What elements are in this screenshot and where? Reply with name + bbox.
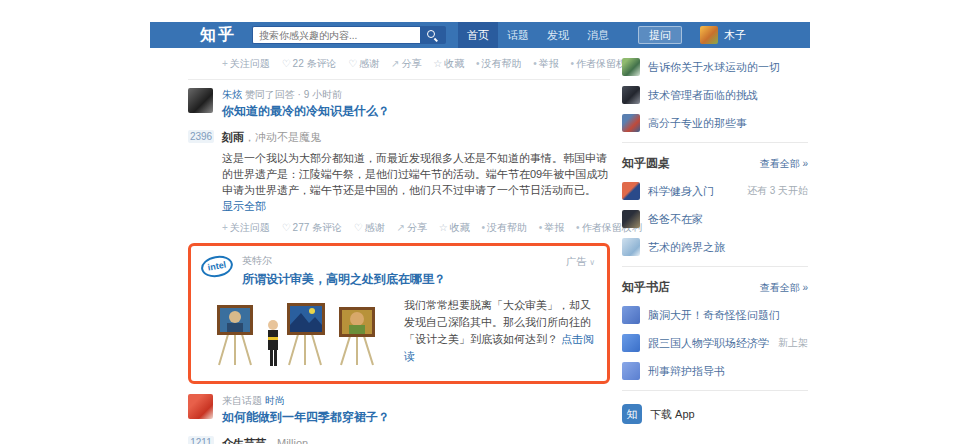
roundtable-item-link[interactable]: 艺术的跨界之旅 bbox=[648, 240, 725, 255]
comment-icon: ♡ bbox=[282, 222, 291, 233]
not-helpful-action[interactable]: •没有帮助 bbox=[476, 58, 522, 69]
question-title-link[interactable]: 你知道的最冷的冷知识是什么？ bbox=[222, 103, 390, 120]
feed-column: +关注问题 ♡22 条评论 ♡感谢 ↗分享 ☆收藏 •没有帮助 •举报 •作者保… bbox=[188, 48, 610, 444]
ad-brand-name[interactable]: 英特尔 bbox=[242, 254, 446, 268]
sponsored-ad-block: intel 英特尔 所谓设计审美，高明之处到底在哪里？ 广告 ∨ bbox=[188, 243, 610, 384]
ad-body-text: 我们常常想要脱离「大众审美」，却又发现自己深陷其中。那么我们所向往的「设计之美」… bbox=[404, 297, 595, 369]
topic-link[interactable]: 时尚 bbox=[265, 395, 285, 406]
sidebar-divider bbox=[622, 390, 808, 391]
ad-illustration-easels[interactable] bbox=[211, 297, 389, 369]
bookstore-item-link[interactable]: 跟三国人物学职场经济学 bbox=[648, 336, 769, 351]
list-item[interactable]: 刑事辩护指导书 bbox=[622, 362, 808, 380]
item-thumbnail bbox=[622, 114, 640, 132]
show-all-link[interactable]: 显示全部 bbox=[222, 200, 266, 212]
roundtable-view-all-link[interactable]: 查看全部 » bbox=[760, 157, 808, 171]
collect-action[interactable]: ☆收藏 bbox=[433, 58, 464, 69]
dot-separator: • bbox=[539, 222, 543, 233]
bookstore-view-all-link[interactable]: 查看全部 » bbox=[760, 281, 808, 295]
roundtable-item-link[interactable]: 科学健身入门 bbox=[648, 184, 714, 199]
item-thumbnail bbox=[622, 86, 640, 104]
nav-item-messages[interactable]: 消息 bbox=[578, 22, 618, 48]
answer-author-link[interactable]: 刻雨 bbox=[222, 131, 244, 143]
search-button[interactable] bbox=[420, 26, 446, 44]
sidebar-divider bbox=[622, 142, 808, 143]
feed-user-link[interactable]: 朱炫 bbox=[222, 89, 242, 100]
author-tagline: ，Million bbox=[266, 437, 308, 444]
comments-action[interactable]: ♡277 条评论 bbox=[282, 222, 342, 233]
upvote-count-badge[interactable]: 1211 bbox=[188, 436, 214, 444]
topic-avatar-fashion[interactable] bbox=[188, 394, 213, 419]
zhihu-logo[interactable]: 知乎 bbox=[200, 25, 236, 46]
not-helpful-action[interactable]: •没有帮助 bbox=[482, 222, 528, 233]
reading-item-link[interactable]: 高分子专业的那些事 bbox=[648, 116, 747, 131]
dot-separator: • bbox=[533, 58, 537, 69]
feed-item-skirts: 来自话题 时尚 如何能做到一年四季都穿裙子？ 1211 众生芸芸，Million… bbox=[188, 394, 610, 444]
report-action[interactable]: •举报 bbox=[533, 58, 559, 69]
comments-action[interactable]: ♡22 条评论 bbox=[282, 58, 337, 69]
list-item[interactable]: 艺术的跨界之旅 bbox=[622, 238, 808, 256]
share-action[interactable]: ↗分享 bbox=[391, 58, 421, 69]
collect-action[interactable]: ☆收藏 bbox=[439, 222, 470, 233]
list-item[interactable]: 科学健身入门 还有 3 天开始 bbox=[622, 182, 808, 200]
bookstore-item-link[interactable]: 刑事辩护指导书 bbox=[648, 364, 725, 379]
list-item[interactable]: 技术管理者面临的挑战 bbox=[622, 86, 808, 104]
bookstore-item-link[interactable]: 脑洞大开！奇奇怪怪问题们 bbox=[648, 308, 780, 323]
download-app-row[interactable]: 知 下载 App bbox=[622, 404, 808, 424]
plus-icon: + bbox=[222, 222, 228, 233]
roundtable-item-link[interactable]: 爸爸不在家 bbox=[648, 212, 703, 227]
dot-separator: • bbox=[476, 58, 480, 69]
report-action[interactable]: •举报 bbox=[539, 222, 565, 233]
dot-separator: • bbox=[482, 222, 486, 233]
reading-item-link[interactable]: 告诉你关于水球运动的一切 bbox=[648, 60, 780, 75]
comment-icon: ♡ bbox=[282, 58, 291, 69]
book-cover-thumbnail bbox=[622, 306, 640, 324]
main-nav: 首页 话题 发现 消息 bbox=[458, 22, 618, 48]
nav-item-home[interactable]: 首页 bbox=[458, 22, 498, 48]
dot-separator: • bbox=[571, 58, 575, 69]
reading-item-link[interactable]: 技术管理者面临的挑战 bbox=[648, 88, 758, 103]
thank-action[interactable]: ♡感谢 bbox=[354, 222, 385, 233]
intel-logo-icon[interactable]: intel bbox=[199, 253, 234, 279]
list-item[interactable]: 跟三国人物学职场经济学 新上架 bbox=[622, 334, 808, 352]
item-thumbnail bbox=[622, 58, 640, 76]
answer-excerpt: 这是一个我以为大部分都知道，而最近发现很多人还是不知道的事情。韩国申请的世界遗产… bbox=[222, 150, 610, 214]
feed-meta: 来自话题 时尚 bbox=[222, 394, 390, 407]
list-item[interactable]: 高分子专业的那些事 bbox=[622, 114, 808, 132]
answer-author-link[interactable]: 众生芸芸 bbox=[222, 437, 266, 444]
search-bar bbox=[252, 26, 446, 44]
ad-title-link[interactable]: 所谓设计审美，高明之处到底在哪里？ bbox=[242, 271, 446, 288]
roundtable-item-note: 还有 3 天开始 bbox=[747, 184, 808, 198]
question-title-link[interactable]: 如何能做到一年四季都穿裙子？ bbox=[222, 409, 390, 426]
star-icon: ☆ bbox=[439, 222, 448, 233]
author-tagline: ，冲动不是魔鬼 bbox=[244, 131, 321, 143]
item-thumbnail bbox=[622, 238, 640, 256]
ask-question-button[interactable]: 提问 bbox=[638, 26, 682, 44]
list-item[interactable]: 脑洞大开！奇奇怪怪问题们 bbox=[622, 306, 808, 324]
thank-action[interactable]: ♡感谢 bbox=[348, 58, 379, 69]
bookstore-heading: 知乎书店 bbox=[622, 279, 670, 296]
star-icon: ☆ bbox=[433, 58, 442, 69]
nav-item-explore[interactable]: 发现 bbox=[538, 22, 578, 48]
top-navigation-bar: 知乎 首页 话题 发现 消息 提问 木子 bbox=[150, 22, 810, 48]
list-item[interactable]: 爸爸不在家 bbox=[622, 210, 808, 228]
list-item[interactable]: 告诉你关于水球运动的一切 bbox=[622, 58, 808, 76]
share-icon: ↗ bbox=[391, 58, 399, 69]
download-app-link[interactable]: 下载 App bbox=[650, 407, 695, 422]
bookstore-item-note: 新上架 bbox=[778, 336, 808, 350]
zhihu-app-icon: 知 bbox=[622, 404, 642, 424]
nav-item-topics[interactable]: 话题 bbox=[498, 22, 538, 48]
share-icon: ↗ bbox=[397, 222, 405, 233]
share-action[interactable]: ↗分享 bbox=[397, 222, 427, 233]
ad-flag-dropdown[interactable]: 广告 ∨ bbox=[566, 255, 595, 269]
follow-question-action[interactable]: +关注问题 bbox=[222, 222, 270, 233]
heart-icon: ♡ bbox=[348, 58, 357, 69]
feed-item-actionbar: +关注问题 ♡22 条评论 ♡感谢 ↗分享 ☆收藏 •没有帮助 •举报 •作者保… bbox=[222, 57, 610, 71]
feed-user-avatar[interactable] bbox=[188, 88, 213, 113]
username[interactable]: 木子 bbox=[724, 28, 746, 43]
search-input[interactable] bbox=[252, 26, 420, 44]
feed-divider bbox=[188, 79, 610, 80]
user-avatar[interactable] bbox=[700, 26, 718, 44]
follow-question-action[interactable]: +关注问题 bbox=[222, 58, 270, 69]
right-sidebar: 告诉你关于水球运动的一切 技术管理者面临的挑战 高分子专业的那些事 知乎圆桌 查… bbox=[622, 48, 808, 444]
upvote-count-badge[interactable]: 2396 bbox=[188, 130, 214, 143]
